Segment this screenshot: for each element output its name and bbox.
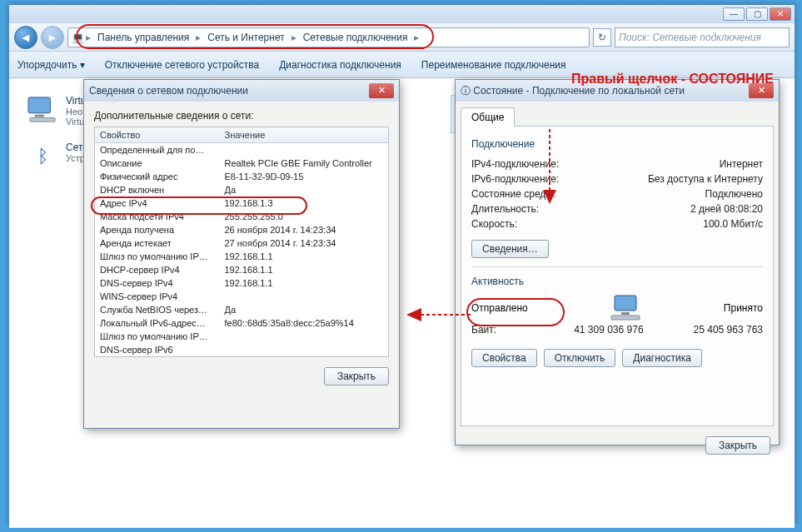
sent-label: Отправлено	[471, 302, 528, 314]
maximize-button[interactable]: ▢	[746, 7, 768, 21]
close-button[interactable]: ✕	[770, 7, 791, 21]
property-cell: WINS-сервер IPv4	[95, 290, 220, 303]
status-row: Длительность:2 дней 08:08:20	[471, 201, 763, 216]
property-cell: Маска подсети IPv4	[95, 210, 220, 223]
table-row: Физический адресE8-11-32-9D-09-15	[95, 170, 389, 183]
bluetooth-icon: ᛒ	[26, 142, 59, 172]
property-cell: Аренда получена	[95, 223, 220, 236]
breadcrumb-item[interactable]: Сеть и Интернет	[202, 32, 289, 43]
status-value: Без доступа к Интернету	[648, 173, 763, 185]
recv-label: Принято	[724, 302, 763, 314]
group-activity: Активность	[471, 276, 763, 287]
properties-button[interactable]: Свойства	[471, 349, 537, 367]
svg-rect-2	[30, 117, 55, 122]
table-row: Определенный для по…	[95, 143, 389, 157]
toolbar-rename[interactable]: Переименование подключения	[421, 59, 566, 71]
recv-bytes: 25 405 963 763	[694, 324, 763, 336]
minimize-button[interactable]: —	[723, 7, 745, 21]
col-property: Свойство	[95, 127, 220, 143]
property-cell: DHCP включен	[95, 183, 220, 196]
property-cell: Служба NetBIOS через…	[95, 303, 220, 316]
status-key: Состояние среды:	[471, 188, 555, 200]
details-header: Дополнительные сведения о сети:	[94, 110, 389, 122]
value-cell	[220, 290, 389, 303]
info-icon: ⓘ	[461, 85, 471, 97]
search-input[interactable]: Поиск: Сетевые подключения	[615, 27, 790, 47]
close-button[interactable]: Закрыть	[324, 367, 389, 385]
status-key: Скорость:	[471, 218, 517, 230]
status-row: IPv6-подключение:Без доступа к Интернету	[471, 172, 763, 186]
property-cell: DHCP-сервер IPv4	[95, 263, 220, 276]
close-icon[interactable]: ✕	[369, 83, 394, 98]
details-table: Свойство Значение Определенный для по…Оп…	[94, 127, 389, 357]
table-row: ОписаниеRealtek PCIe GBE Family Controll…	[95, 157, 389, 170]
table-row: Маска подсети IPv4255.255.255.0	[95, 210, 389, 223]
status-value: Подключено	[705, 188, 763, 200]
search-placeholder: Поиск: Сетевые подключения	[619, 32, 761, 43]
property-cell: Локальный IPv6-адрес…	[95, 316, 220, 330]
status-value: 2 дней 08:08:20	[690, 203, 763, 215]
table-row: Локальный IPv6-адрес…fe80::68d5:35a8:dec…	[95, 316, 389, 330]
table-row: DHCP включенДа	[95, 183, 389, 196]
svg-rect-9	[615, 296, 636, 311]
property-cell: Шлюз по умолчанию IP…	[95, 250, 220, 263]
connection-status-dialog: ⓘ Состояние - Подключение по локальной с…	[455, 79, 780, 445]
value-cell: Да	[220, 183, 389, 196]
breadcrumb-item[interactable]: Сетевые подключения	[298, 32, 413, 43]
svg-rect-10	[621, 312, 630, 315]
sent-bytes: 41 309 036 976	[574, 324, 643, 336]
value-cell: fe80::68d5:35a8:decc:25a9%14	[220, 316, 389, 330]
value-cell: 27 ноября 2014 г. 14:23:34	[220, 236, 389, 250]
value-cell	[220, 343, 389, 357]
status-key: IPv4-подключение:	[471, 158, 559, 170]
value-cell: E8-11-32-9D-09-15	[220, 170, 389, 183]
table-row: DHCP-сервер IPv4192.168.1.1	[95, 263, 389, 276]
details-button[interactable]: Сведения…	[471, 240, 549, 258]
dialog-title: Сведения о сетевом подключении	[89, 85, 248, 97]
toolbar-organize[interactable]: Упорядочить ▾	[17, 59, 85, 71]
property-cell: Адрес IPv4	[95, 196, 220, 210]
close-button[interactable]: Закрыть	[705, 436, 770, 455]
window-titlebar: — ▢ ✕	[9, 5, 795, 23]
table-row: DNS-сервер IPv4192.168.1.1	[95, 276, 389, 290]
diagnostics-button[interactable]: Диагностика	[622, 349, 702, 367]
svg-rect-11	[611, 316, 640, 320]
status-value: Интернет	[720, 158, 763, 170]
disable-button[interactable]: Отключить	[544, 349, 616, 367]
table-row: Шлюз по умолчанию IP…	[95, 330, 389, 343]
property-cell: Аренда истекает	[95, 236, 220, 250]
table-row: WINS-сервер IPv4	[95, 290, 389, 303]
status-value: 100.0 Мбит/с	[703, 218, 763, 230]
toolbar-diagnose[interactable]: Диагностика подключения	[279, 59, 401, 71]
toolbar-disable-device[interactable]: Отключение сетевого устройства	[105, 59, 259, 71]
svg-rect-0	[28, 97, 50, 113]
activity-row: Отправлено Принято	[471, 294, 763, 322]
annotation-text: Правый щелчок - СОСТОЯНИЕ	[571, 72, 774, 87]
breadcrumb-item[interactable]: Панель управления	[92, 32, 194, 43]
property-cell: Определенный для по…	[95, 143, 220, 157]
svg-rect-1	[35, 115, 44, 117]
property-cell: DNS-сервер IPv6	[95, 343, 220, 357]
table-row: Адрес IPv4192.168.1.3	[95, 196, 389, 210]
table-row: Служба NetBIOS через…Да	[95, 303, 389, 316]
network-adapter-icon	[26, 95, 59, 125]
breadcrumb[interactable]: 💻 ▸ Панель управления ▸ Сеть и Интернет …	[67, 27, 590, 47]
property-cell: Шлюз по умолчанию IP…	[95, 330, 220, 343]
nav-forward-button[interactable]: ►	[41, 26, 64, 49]
value-cell	[220, 330, 389, 343]
dialog-titlebar[interactable]: Сведения о сетевом подключении ✕	[84, 80, 399, 102]
nav-back-button[interactable]: ◄	[14, 26, 37, 49]
property-cell: Описание	[95, 157, 220, 170]
address-bar: ◄ ► 💻 ▸ Панель управления ▸ Сеть и Интер…	[9, 23, 795, 52]
group-connection: Подключение	[471, 138, 763, 150]
refresh-button[interactable]: ↻	[593, 28, 611, 47]
property-cell: DNS-сервер IPv4	[95, 276, 220, 290]
value-cell: 192.168.1.1	[220, 250, 389, 263]
table-row: DNS-сервер IPv6	[95, 343, 389, 357]
status-row: Скорость:100.0 Мбит/с	[471, 216, 763, 231]
table-row: Шлюз по умолчанию IP…192.168.1.1	[95, 250, 389, 263]
status-key: IPv6-подключение:	[471, 173, 559, 185]
tab-general[interactable]: Общие	[461, 107, 515, 127]
bytes-label: Байт:	[471, 324, 496, 336]
property-cell: Физический адрес	[95, 170, 220, 183]
